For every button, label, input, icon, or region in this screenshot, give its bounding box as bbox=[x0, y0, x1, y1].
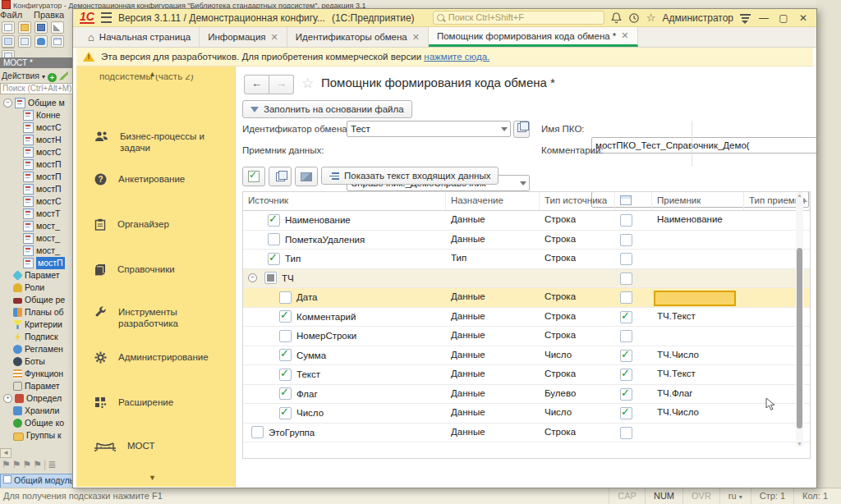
row-checkbox[interactable] bbox=[264, 272, 277, 284]
tree-node-7[interactable]: Боты bbox=[0, 355, 72, 368]
tree-module-1[interactable]: мостС bbox=[0, 121, 72, 134]
tree-node-0[interactable]: Парамет bbox=[0, 269, 72, 282]
table-row-Флаг[interactable]: ФлагДанныеБулевоТЧ.Флаг bbox=[243, 385, 810, 405]
scroll-down-icon[interactable]: ▼ bbox=[797, 441, 802, 447]
row-checkbox[interactable] bbox=[268, 233, 280, 245]
fill-from-file-button[interactable]: Заполнить на основании файла bbox=[242, 100, 412, 118]
tab-3[interactable]: Помощник формирования кода обмена *✕ bbox=[429, 27, 638, 47]
receiver-checkbox[interactable] bbox=[620, 407, 632, 419]
pko-name-input[interactable]: мостПКО_Тест_Справочник_Демо( bbox=[591, 137, 817, 153]
table-row-Сумма[interactable]: СуммаДанныеЧислоТЧ.Число bbox=[243, 346, 810, 366]
favorites-star-icon[interactable]: ☆ bbox=[646, 11, 656, 24]
tree-module-10[interactable]: мост_ bbox=[0, 232, 72, 245]
source-type-cell[interactable]: Число bbox=[540, 346, 615, 365]
receiver-cell[interactable]: ТЧ.Текст bbox=[652, 365, 744, 384]
receiver-checkbox[interactable] bbox=[620, 291, 632, 304]
tree-module-5[interactable]: мостП bbox=[0, 171, 72, 183]
row-checkbox[interactable] bbox=[251, 426, 264, 438]
section-clipped-label[interactable]: подсистемы (часть 2) bbox=[99, 75, 231, 82]
picture-icon[interactable] bbox=[18, 35, 31, 48]
scroll-up-icon[interactable]: ▲ bbox=[797, 192, 802, 198]
purpose-cell[interactable]: Данные bbox=[446, 231, 540, 250]
source-type-cell[interactable]: Число bbox=[540, 404, 615, 423]
flag-icon[interactable]: ⚑ bbox=[23, 459, 34, 470]
cut-icon[interactable] bbox=[51, 21, 64, 34]
edit-pencil-icon[interactable] bbox=[59, 71, 68, 80]
source-type-cell[interactable] bbox=[540, 269, 615, 288]
receiver-edit-cell[interactable] bbox=[654, 291, 736, 306]
table-row-ТЧ[interactable]: −ТЧ bbox=[243, 269, 810, 289]
notifications-bell-icon[interactable] bbox=[611, 12, 622, 24]
tab-close-icon[interactable]: ✕ bbox=[271, 32, 278, 43]
sections-scroll-down-icon[interactable]: ▼ bbox=[149, 474, 156, 482]
row-checkbox[interactable] bbox=[279, 369, 292, 381]
save-icon[interactable] bbox=[34, 21, 48, 34]
tab-2[interactable]: Идентификаторы обмена✕ bbox=[287, 27, 429, 47]
source-type-cell[interactable]: Строка bbox=[540, 365, 615, 384]
receiver-checkbox[interactable] bbox=[620, 330, 632, 342]
receiver-checkbox[interactable] bbox=[620, 253, 632, 265]
tab-close-icon[interactable]: ✕ bbox=[621, 30, 628, 41]
receiver-cell[interactable]: Наименование bbox=[652, 211, 744, 230]
actions-menu[interactable]: Действия bbox=[2, 71, 39, 80]
receiver-cell[interactable] bbox=[652, 424, 744, 442]
table-row-Тип[interactable]: ТипТипСтрока bbox=[243, 250, 810, 269]
table-row-Число[interactable]: ЧислоДанныеЧислоТЧ.Число bbox=[243, 404, 810, 424]
close-icon[interactable]: ✕ bbox=[797, 12, 810, 24]
receiver-checkbox[interactable] bbox=[620, 427, 632, 439]
row-checkbox[interactable] bbox=[279, 330, 292, 342]
picture-button[interactable] bbox=[295, 167, 318, 186]
sidebar-item-1[interactable]: ?Анкетирование bbox=[76, 173, 235, 188]
col-source-type[interactable]: Тип источника bbox=[540, 192, 615, 210]
col-source[interactable]: Источник bbox=[243, 192, 446, 210]
sidebar-item-0[interactable]: Бизнес-процессы и задачи bbox=[76, 131, 235, 153]
history-icon[interactable] bbox=[628, 12, 640, 24]
row-checkbox[interactable] bbox=[279, 349, 292, 361]
tree-search-input[interactable]: Поиск (Ctrl+Alt+M) bbox=[0, 83, 74, 94]
receiver-checkbox[interactable] bbox=[620, 311, 632, 323]
receiver-checkbox[interactable] bbox=[620, 273, 632, 285]
receiver-checkbox[interactable] bbox=[620, 369, 632, 381]
table-icon[interactable] bbox=[51, 35, 64, 48]
new-file-icon[interactable] bbox=[2, 21, 15, 34]
copy-rows-button[interactable] bbox=[269, 167, 292, 186]
current-user[interactable]: Администратор bbox=[662, 12, 733, 24]
tree-node-4[interactable]: Критерии bbox=[0, 318, 72, 331]
tree-node-common-modules[interactable]: −Общие м bbox=[0, 97, 72, 109]
receiver-checkbox[interactable] bbox=[620, 350, 632, 362]
purpose-cell[interactable]: Данные bbox=[446, 424, 540, 442]
tree-module-2[interactable]: мостН bbox=[0, 134, 72, 146]
main-menu-icon[interactable] bbox=[101, 12, 112, 23]
tree-module-12[interactable]: мостП bbox=[0, 257, 72, 269]
source-type-cell[interactable]: Булево bbox=[540, 385, 615, 404]
tree-node-5[interactable]: Подписк bbox=[0, 331, 72, 343]
source-type-cell[interactable]: Строка bbox=[540, 288, 615, 307]
open-exchange-id-button[interactable] bbox=[513, 121, 530, 138]
open-folder-icon[interactable] bbox=[18, 21, 31, 34]
forward-button[interactable]: → bbox=[269, 75, 294, 94]
sidebar-item-4[interactable]: Инструменты разработчика bbox=[76, 306, 235, 329]
receiver-cell[interactable]: ТЧ.Число bbox=[652, 346, 744, 365]
menu-file[interactable]: Файл bbox=[0, 10, 22, 20]
tree-hscroll-left-arrow[interactable]: ◄ bbox=[0, 448, 11, 458]
warning-link[interactable]: нажмите сюда. bbox=[424, 52, 489, 62]
tree-node-9[interactable]: Парамет bbox=[0, 380, 72, 392]
collapse-icon[interactable]: − bbox=[248, 273, 257, 282]
purpose-cell[interactable]: Данные bbox=[446, 346, 540, 365]
tree-module-4[interactable]: мостП bbox=[0, 158, 72, 171]
flag-icon[interactable]: ⚑ bbox=[33, 459, 44, 470]
tab-0[interactable]: ⌂Начальная страница bbox=[80, 27, 200, 47]
tree-node-6[interactable]: Регламен bbox=[0, 343, 72, 355]
table-row-Дата[interactable]: ДатаДанныеСтрока bbox=[243, 288, 810, 308]
table-row-НомерСтроки[interactable]: НомерСтрокиДанныеСтрока bbox=[243, 327, 810, 346]
receiver-cell[interactable] bbox=[652, 269, 744, 288]
source-type-cell[interactable]: Строка bbox=[540, 308, 615, 327]
table-row-ПометкаУдаления[interactable]: ПометкаУдаленияДанныеСтрока bbox=[243, 231, 810, 250]
receiver-cell[interactable] bbox=[652, 288, 744, 307]
tree-node-10[interactable]: +Определ bbox=[0, 392, 72, 405]
table-row-Наименование[interactable]: НаименованиеДанныеСтрокаНаименование bbox=[243, 211, 810, 231]
purpose-cell[interactable]: Данные bbox=[446, 365, 540, 384]
add-icon[interactable]: + bbox=[48, 73, 57, 82]
purpose-cell[interactable]: Данные bbox=[446, 404, 540, 423]
receiver-cell[interactable]: ТЧ.Флаг bbox=[652, 385, 744, 404]
